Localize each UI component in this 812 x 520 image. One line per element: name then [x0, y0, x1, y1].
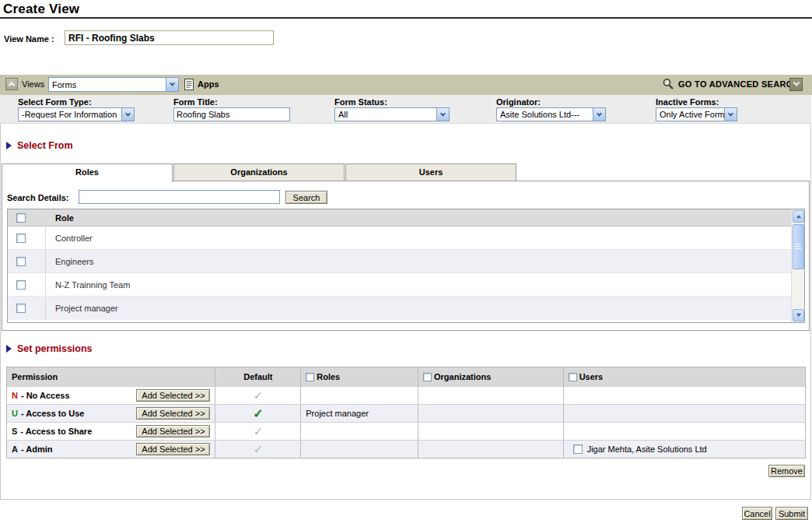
role-name: Project manager [55, 304, 118, 313]
add-selected-button[interactable]: Add Selected >> [136, 443, 210, 455]
set-permissions-heading: Set permissions [6, 343, 93, 354]
form-status-label: Form Status: [334, 97, 387, 107]
form-status-select[interactable]: All [334, 107, 450, 121]
permission-code: S [12, 427, 17, 436]
chevron-down-icon [724, 108, 737, 121]
permission-label: - Access to Share [20, 427, 92, 436]
filter-bar: Select Form Type: -Request For Informati… [0, 95, 811, 124]
users-cell [563, 423, 805, 440]
user-entry-name: Jigar Mehta, Asite Solutions Ltd [587, 444, 707, 454]
chevron-up-icon [796, 216, 801, 220]
view-name-label: View Name : [4, 34, 54, 44]
permission-row-no-access: N - No Access Add Selected >> ✓ [7, 386, 805, 404]
default-check-icon: ✓ [254, 425, 263, 437]
permission-label: - Admin [21, 444, 53, 454]
tab-organizations[interactable]: Organizations [173, 163, 345, 181]
views-select[interactable]: Forms [48, 77, 179, 92]
role-checkbox[interactable] [16, 280, 26, 290]
inactive-forms-select[interactable]: Only Active Forms [656, 107, 737, 121]
organizations-column-checkbox[interactable] [423, 373, 432, 381]
roles-cell [300, 441, 418, 458]
organizations-cell [418, 387, 563, 404]
chevron-down-icon [166, 78, 178, 91]
permissions-table: Permission Default Roles Organizations U… [6, 367, 806, 459]
toolbar: Views Forms Apps GO TO ADVANCED SEARCH [0, 75, 812, 95]
roles-column-header: Roles [300, 367, 418, 386]
tab-users[interactable]: Users [345, 163, 516, 181]
chevron-down-icon [796, 312, 801, 317]
roles-list-header: Role [8, 209, 791, 227]
advanced-search-button[interactable] [662, 78, 674, 92]
advanced-search-label[interactable]: GO TO ADVANCED SEARCH [678, 79, 799, 89]
form-type-label: Select Form Type: [18, 97, 92, 107]
roles-list: Role Controller Engineers N-Z Trainning … [7, 209, 805, 323]
form-type-select[interactable]: -Request For Information [18, 107, 135, 121]
remove-button[interactable]: Remove [768, 465, 805, 477]
role-name: Controller [55, 234, 93, 243]
permission-code: U [12, 409, 18, 418]
roles-cell [300, 423, 418, 440]
cancel-button[interactable]: Cancel [742, 507, 772, 520]
permission-row-access-to-use: U - Access to Use Add Selected >> ✓ Proj… [7, 404, 805, 422]
add-selected-button[interactable]: Add Selected >> [136, 389, 210, 402]
scroll-up-button[interactable] [793, 210, 804, 223]
organizations-cell [418, 405, 563, 422]
inactive-forms-label: Inactive Forms: [656, 97, 719, 107]
users-cell [563, 387, 805, 404]
section-arrow-icon [6, 142, 12, 149]
role-row[interactable]: Engineers [8, 250, 791, 273]
apps-button[interactable] [184, 79, 194, 92]
role-name: N-Z Trainning Team [55, 280, 130, 290]
role-row[interactable]: N-Z Trainning Team [8, 273, 791, 297]
default-check-icon: ✓ [253, 406, 263, 421]
user-entry-checkbox[interactable] [573, 444, 583, 454]
originator-select[interactable]: Asite Solutions Ltd--- [496, 107, 606, 121]
create-view-page: Create View View Name : Views Forms Apps [0, 0, 812, 520]
role-name: Engineers [55, 257, 94, 266]
view-name-input[interactable] [65, 30, 274, 45]
select-all-checkbox[interactable] [16, 213, 26, 223]
chevron-up-icon [9, 82, 15, 88]
scrollbar-thumb[interactable] [793, 224, 804, 269]
submit-button[interactable]: Submit [775, 507, 808, 520]
role-checkbox[interactable] [16, 257, 26, 266]
role-checkbox[interactable] [16, 304, 26, 313]
organizations-column-header: Organizations [418, 367, 563, 386]
role-checkbox[interactable] [16, 234, 26, 243]
scroll-down-button[interactable] [793, 309, 804, 321]
roles-list-scrollbar[interactable] [791, 209, 804, 322]
default-check-icon: ✓ [254, 389, 263, 402]
permission-column-header: Permission [7, 367, 215, 386]
permission-row-admin: A - Admin Add Selected >> ✓ Jigar Mehta,… [7, 440, 805, 458]
users-cell: Jigar Mehta, Asite Solutions Ltd [563, 441, 805, 458]
organizations-cell [418, 441, 563, 458]
views-label: Views [22, 79, 44, 89]
roles-column-checkbox[interactable] [306, 373, 314, 381]
permissions-header-row: Permission Default Roles Organizations U… [7, 367, 805, 386]
views-select-value: Forms [49, 80, 166, 90]
magnifier-icon [662, 78, 674, 90]
originator-label: Originator: [496, 97, 541, 107]
title-divider [0, 17, 812, 19]
chevron-down-icon [121, 108, 134, 121]
advanced-search-toggle-button[interactable] [789, 78, 803, 91]
role-row[interactable]: Controller [8, 227, 791, 250]
add-selected-button[interactable]: Add Selected >> [136, 425, 210, 437]
form-title-input[interactable] [173, 107, 290, 121]
users-column-checkbox[interactable] [569, 373, 577, 381]
roles-tab-panel: Search Details: Search Role Controller E… [2, 181, 810, 331]
permission-code: A [12, 444, 18, 454]
add-selected-button[interactable]: Add Selected >> [136, 407, 210, 420]
chevron-down-icon [436, 108, 449, 121]
page-title: Create View [3, 2, 79, 17]
role-row[interactable]: Project manager [8, 297, 791, 320]
users-column-header: Users [563, 367, 805, 386]
views-collapse-button[interactable] [5, 78, 18, 90]
roles-cell: Project manager [300, 405, 418, 422]
search-details-input[interactable] [79, 190, 280, 204]
roles-cell [300, 387, 418, 404]
permission-row-access-to-share: S - Access to Share Add Selected >> ✓ [7, 422, 805, 440]
search-button[interactable]: Search [285, 191, 327, 204]
permission-code: N [12, 391, 18, 400]
tab-roles[interactable]: Roles [2, 163, 173, 182]
